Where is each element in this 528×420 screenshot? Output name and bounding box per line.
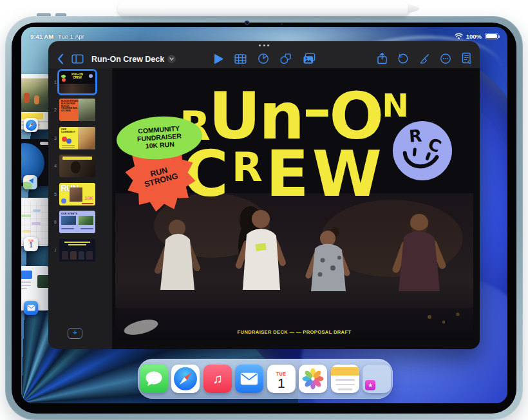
add-slide-button[interactable]: +: [68, 328, 82, 339]
dock: ♫ TUE 1: [138, 359, 393, 399]
music-note-icon: ♫: [212, 371, 223, 387]
ipad-device: 9:41 AM Tue 1 Apr 100%: [5, 16, 523, 420]
star-mini-app-icon: ★: [365, 380, 375, 390]
slide-number: 2: [48, 108, 59, 112]
table-icon[interactable]: [234, 53, 247, 64]
more-icon[interactable]: [440, 53, 451, 64]
shapes-icon[interactable]: [280, 53, 292, 64]
status-bar: 9:41 AM Tue 1 Apr 100%: [21, 31, 507, 41]
calendar-day-number: 1: [278, 376, 285, 390]
battery-icon: [485, 33, 498, 39]
media-icon[interactable]: [303, 53, 316, 64]
mail-envelope-icon: [240, 372, 258, 385]
battery-percent: 100%: [466, 33, 482, 40]
ipad-screen: 9:41 AM Tue 1 Apr 100%: [21, 27, 507, 403]
format-brush-icon[interactable]: [419, 53, 430, 64]
svg-text:R: R: [408, 126, 422, 146]
apple-pencil: [118, 1, 424, 17]
slide-number: 6: [48, 220, 59, 224]
presenter-notes-icon[interactable]: [461, 52, 472, 64]
slide-footer-caption: FUNDRAISER DECK — — PROPOSAL DRAFT: [115, 329, 473, 335]
safari-badge-icon[interactable]: [24, 118, 38, 132]
slide-thumbnail-1[interactable]: 1 RUn–ONCREW: [48, 70, 112, 93]
messages-bubble-icon: [145, 370, 163, 387]
undo-icon[interactable]: [397, 53, 409, 64]
chart-icon[interactable]: [258, 53, 269, 64]
photos-app-icon[interactable]: [299, 365, 327, 393]
slide-number: 3: [48, 136, 59, 140]
rc-smiley-badge[interactable]: R C: [392, 120, 453, 182]
app-folder-icon[interactable]: ★: [363, 365, 391, 393]
slide-thumbnail-2[interactable]: 2 RUN-ON STRONG RUN-ON FREE RUN-ON TOGET…: [48, 99, 112, 122]
slide-number: 7: [48, 248, 59, 253]
play-icon[interactable]: [214, 53, 223, 64]
slide-thumbnail-5[interactable]: 5 RUN 10K: [48, 182, 112, 205]
headline-line-1[interactable]: RUn–ON: [180, 88, 407, 142]
share-icon[interactable]: [377, 52, 388, 64]
photos-flower-icon: [302, 368, 324, 390]
messages-app-icon[interactable]: [140, 365, 168, 393]
slide-thumbnail-7[interactable]: 7: [48, 238, 112, 262]
mail-app-icon[interactable]: [235, 365, 263, 393]
apple-pencil-tip: [408, 4, 419, 14]
slide-canvas[interactable]: RUn–ON CREW COMMUNITY FUNDRAISER 10K RUN: [113, 68, 480, 349]
music-app-icon[interactable]: ♫: [203, 365, 232, 393]
slide-thumbnail-4[interactable]: 4: [48, 155, 112, 178]
slide-number: 5: [48, 192, 59, 196]
front-camera: [245, 21, 249, 25]
calendar-badge-day-number: 1: [29, 242, 33, 249]
notes-header: [331, 367, 359, 376]
headline-line-2[interactable]: CREW: [182, 144, 385, 198]
slide-thumbnail-3[interactable]: 3 OUR COMMUNITY: [48, 126, 112, 149]
slide-navigator-panel: 1 RUn–ONCREW 2 RUN-ON STRONG RUN-ON FREE…: [48, 68, 113, 349]
keynote-toolbar: Run-On Crew Deck: [48, 41, 480, 68]
status-date: Tue 1 Apr: [58, 33, 84, 40]
maps-badge-icon[interactable]: [23, 175, 37, 189]
slide-navigator-icon[interactable]: [71, 53, 84, 64]
calendar-badge-icon[interactable]: TUE 1: [24, 237, 38, 251]
title-chevron-icon[interactable]: [167, 55, 176, 63]
slide-number: 1: [48, 80, 59, 84]
status-time: 9:41 AM: [30, 33, 53, 40]
calendar-app-icon[interactable]: TUE 1: [267, 365, 296, 393]
mail-badge-icon[interactable]: [24, 301, 38, 315]
runners-photo: [115, 193, 473, 340]
slide-thumbnail-6[interactable]: 6 OUR EVENTS: [48, 211, 112, 234]
slide-number: 4: [48, 164, 59, 168]
wifi-icon: [455, 33, 463, 39]
keynote-window: Run-On Crew Deck: [48, 41, 480, 349]
apple-pencil-body: [118, 1, 409, 16]
notes-app-icon[interactable]: [331, 365, 359, 393]
slide-1-content[interactable]: RUn–ON CREW COMMUNITY FUNDRAISER 10K RUN: [115, 73, 473, 340]
back-chevron-icon[interactable]: [57, 53, 64, 64]
sensor-dot: [281, 23, 283, 25]
safari-app-icon[interactable]: [171, 365, 200, 393]
document-title[interactable]: Run-On Crew Deck: [91, 55, 176, 64]
marketing-scene: 9:41 AM Tue 1 Apr 100%: [0, 0, 528, 420]
